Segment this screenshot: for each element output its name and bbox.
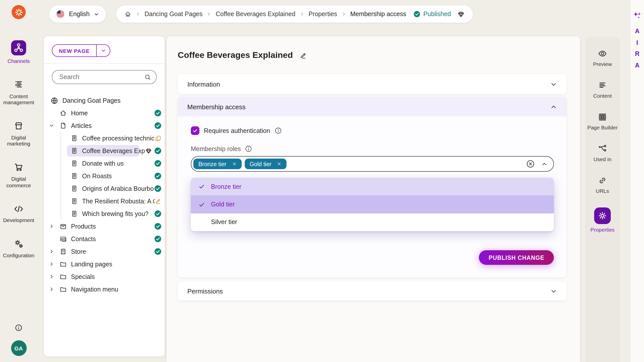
breadcrumb-item[interactable]: Membership access	[350, 11, 406, 18]
breadcrumb-item[interactable]: Dancing Goat Pages	[145, 11, 203, 18]
tab-content[interactable]: Content	[585, 81, 620, 99]
tree-item-products[interactable]: Products	[44, 220, 165, 233]
home-icon[interactable]	[124, 11, 131, 18]
tree-item-donate-with-us[interactable]: Donate with us	[44, 157, 165, 170]
rail-item-digital-commerce[interactable]: Digital commerce	[0, 162, 37, 188]
rail-item-digital-marketing[interactable]: Digital marketing	[0, 121, 37, 147]
chev-down-icon[interactable]	[49, 123, 54, 128]
tree-item-label: Contacts	[71, 235, 154, 242]
article-icon	[70, 197, 78, 205]
requires-auth-checkbox[interactable]	[191, 126, 199, 135]
check-icon	[198, 201, 205, 208]
chev-right-icon[interactable]	[49, 274, 54, 279]
tab-preview[interactable]: Preview	[585, 49, 620, 67]
search-icon[interactable]	[145, 74, 151, 80]
info-icon[interactable]	[245, 145, 253, 153]
rail-item-label: Development	[3, 217, 34, 223]
check-circle-icon	[154, 210, 162, 218]
tree-item-store[interactable]: Store	[44, 245, 165, 258]
tab-label: URLs	[596, 188, 609, 194]
clear-selection-icon[interactable]	[526, 160, 535, 168]
publish-change-button[interactable]: PUBLISH CHANGE	[479, 250, 554, 265]
role-tag-label: Gold tier	[249, 161, 271, 167]
check-circle-icon	[154, 223, 162, 230]
chev-right-icon[interactable]	[49, 249, 54, 254]
gears-tile	[13, 239, 24, 249]
aira-letter: A	[635, 28, 639, 34]
chev-right-icon[interactable]	[49, 261, 54, 267]
tree-item-specials[interactable]: Specials	[44, 270, 165, 283]
page-tree: Dancing Goat PagesHomeArticlesCoffee pro…	[44, 94, 165, 296]
permissions-accordion-header[interactable]: Permissions	[178, 281, 566, 301]
role-tag-gold-tier[interactable]: Gold tier	[244, 159, 287, 169]
tab-urls[interactable]: URLs	[585, 176, 620, 194]
tree-item-which-brewing-fits-you[interactable]: Which brewing fits you?	[44, 207, 165, 220]
tab-page-builder[interactable]: Page Builder	[585, 112, 620, 130]
role-tag-bronze-tier[interactable]: Bronze tier	[193, 159, 241, 169]
rail-footer: GA	[0, 324, 37, 356]
tree-item-label: Articles	[71, 122, 154, 129]
page-tree-panel: NEW PAGE Dancing Goat PagesHomeArticlesC…	[44, 36, 165, 356]
rail-item-content-management[interactable]: Content management	[0, 79, 37, 105]
x-icon[interactable]	[232, 162, 236, 166]
content-management-tile	[13, 79, 24, 90]
edit-pencil-icon[interactable]	[299, 52, 306, 59]
tree-item-badges	[154, 160, 162, 167]
chev-right-icon[interactable]	[49, 224, 54, 229]
rail-item-channels[interactable]: Channels	[0, 40, 37, 64]
tree-item-coffee-processing-technic[interactable]: Coffee processing technic	[44, 132, 165, 144]
tab-label: Page Builder	[587, 124, 618, 130]
avatar[interactable]: GA	[11, 340, 26, 356]
aira-assistant-tab[interactable]: AIRA	[630, 0, 644, 362]
used-in-icon	[598, 144, 607, 154]
tab-properties[interactable]: Properties	[585, 208, 620, 233]
tree-item-landing-pages[interactable]: Landing pages	[44, 258, 165, 270]
tree-item-label: Donate with us	[82, 160, 154, 167]
role-option-bronze-tier[interactable]: Bronze tier	[191, 178, 554, 196]
check-circle-icon	[154, 160, 162, 167]
chevron-up-icon[interactable]	[541, 161, 547, 167]
tree-item-contacts[interactable]: Contacts	[44, 233, 165, 245]
aira-letter: I	[636, 40, 638, 46]
tree-item-label: Products	[71, 223, 154, 230]
new-page-button[interactable]: NEW PAGE	[52, 44, 110, 57]
role-option-gold-tier[interactable]: Gold tier	[191, 196, 554, 213]
tab-label: Preview	[593, 61, 612, 67]
breadcrumb-item[interactable]: Coffee Beverages Explained	[216, 11, 295, 18]
chev-right-icon	[341, 12, 346, 17]
tree-item-origins-of-arabica-bourbo[interactable]: Origins of Arabica Bourbo	[44, 182, 165, 195]
new-page-label[interactable]: NEW PAGE	[52, 45, 97, 56]
role-option-silver-tier[interactable]: Silver tier	[191, 213, 554, 231]
tree-item-the-resilient-robusta-a-c[interactable]: The Resilient Robusta: A C	[44, 195, 165, 207]
x-icon[interactable]	[277, 162, 281, 166]
info-icon[interactable]	[15, 324, 23, 332]
language-selector[interactable]: English	[49, 6, 106, 23]
rail-item-configuration[interactable]: Configuration	[0, 239, 37, 259]
info-icon[interactable]	[275, 127, 282, 134]
tree-item-coffee-beverages-exp[interactable]: Coffee Beverages Exp	[44, 144, 165, 157]
kentico-logo-icon[interactable]	[12, 5, 26, 19]
breadcrumb-item[interactable]: Properties	[308, 11, 337, 18]
tree-item-on-roasts[interactable]: On Roasts	[44, 170, 165, 182]
channels-icon	[14, 43, 24, 53]
tree-item-badges	[154, 210, 162, 218]
information-accordion-header[interactable]: Information	[178, 74, 566, 94]
tree-item-articles[interactable]: Articles	[44, 119, 165, 132]
chev-right-icon[interactable]	[49, 286, 54, 292]
check-circle-icon	[154, 248, 162, 255]
tree-item-navigation-menu[interactable]: Navigation menu	[44, 283, 165, 296]
tab-used-in[interactable]: Used in	[585, 144, 620, 162]
tree-item-dancing-goat-pages[interactable]: Dancing Goat Pages	[44, 94, 165, 107]
membership-accordion-header[interactable]: Membership access	[178, 97, 566, 116]
check-circle-icon	[154, 172, 162, 180]
membership-roles-label: Membership roles	[191, 145, 241, 152]
tree-item-home[interactable]: Home	[44, 107, 165, 119]
article-icon	[70, 147, 78, 155]
search-input[interactable]	[58, 73, 141, 81]
membership-roles-select[interactable]: Bronze tierGold tier	[191, 156, 554, 172]
globe-icon	[50, 96, 58, 104]
rail-item-label: Content management	[1, 93, 36, 105]
check-icon	[198, 183, 205, 190]
new-page-dropdown-button[interactable]	[97, 45, 110, 56]
rail-item-development[interactable]: Development	[0, 203, 37, 223]
